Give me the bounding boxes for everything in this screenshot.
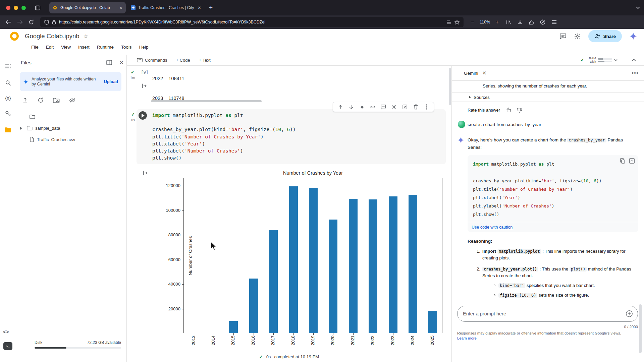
tab-close-icon[interactable]: ✕ xyxy=(119,5,123,10)
output-horizontal-scrollbar[interactable] xyxy=(151,100,262,102)
move-cell-down-button[interactable] xyxy=(347,103,355,111)
learn-more-link[interactable]: Learn more xyxy=(457,336,477,340)
insert-code-icon[interactable] xyxy=(629,158,635,164)
new-tab-button[interactable]: + xyxy=(209,4,213,11)
menu-help[interactable]: Help xyxy=(136,44,152,51)
browser-tab-city[interactable]: Traffic Crashes - Crashes | City ✕ xyxy=(128,2,204,13)
close-window-button[interactable] xyxy=(6,6,10,10)
mount-drive-icon[interactable] xyxy=(53,97,60,103)
open-in-new-pane-icon[interactable] xyxy=(106,60,112,65)
menu-view[interactable]: View xyxy=(58,44,74,51)
firefox-view-icon[interactable] xyxy=(33,3,43,13)
forward-button[interactable] xyxy=(15,17,25,27)
library-icon[interactable] xyxy=(503,17,514,27)
submit-prompt-icon[interactable] xyxy=(626,310,633,317)
use-code-with-caution-link[interactable]: Use code with caution xyxy=(472,225,513,230)
tracking-shield-icon[interactable] xyxy=(44,20,49,25)
commands-button[interactable]: Commands xyxy=(137,58,167,63)
close-gemini-icon[interactable]: ✕ xyxy=(482,70,487,76)
cell-output-icon[interactable] xyxy=(143,170,148,176)
more-options-icon[interactable]: ••• xyxy=(632,70,639,76)
mirror-cell-button[interactable] xyxy=(401,103,409,111)
resources-indicator[interactable]: RAMDisk xyxy=(589,57,618,63)
upload-button[interactable]: Upload xyxy=(104,79,118,84)
table-of-contents-icon[interactable] xyxy=(0,60,16,72)
execution-check-icon: ✓ xyxy=(131,112,135,117)
reader-mode-icon[interactable] xyxy=(447,20,451,24)
secrets-key-icon[interactable] xyxy=(0,108,16,120)
cell-settings-button[interactable] xyxy=(390,103,398,111)
notebook-scrollbar[interactable] xyxy=(449,68,451,105)
settings-gear-icon[interactable] xyxy=(574,33,581,40)
expand-chevron-icon[interactable] xyxy=(19,126,24,130)
zoom-in-button[interactable]: + xyxy=(492,17,502,27)
refresh-icon[interactable] xyxy=(38,97,44,103)
prompt-input[interactable] xyxy=(463,311,626,316)
gemini-code[interactable]: import matplotlib.pyplot as plt crashes_… xyxy=(468,155,638,222)
thumbs-up-icon[interactable] xyxy=(505,107,511,113)
find-replace-icon[interactable] xyxy=(0,77,16,89)
gemini-spark-button[interactable] xyxy=(358,103,366,111)
delete-cell-button[interactable] xyxy=(412,103,420,111)
file-row-up[interactable]: .. xyxy=(16,111,126,122)
profile-icon[interactable] xyxy=(538,17,548,27)
back-button[interactable] xyxy=(3,17,13,27)
tab-close-icon[interactable]: ✕ xyxy=(198,5,201,10)
browser-tab-colab[interactable]: Google Colab.ipynb - Colab ✕ xyxy=(49,2,126,13)
variables-icon[interactable]: {x} xyxy=(0,92,16,104)
thumbs-down-icon[interactable] xyxy=(517,107,522,113)
extensions-icon[interactable] xyxy=(526,17,536,27)
zoom-out-button[interactable]: − xyxy=(468,17,478,27)
menu-edit[interactable]: Edit xyxy=(43,44,57,51)
minimize-window-button[interactable] xyxy=(14,6,18,10)
terminal-icon[interactable]: >_ xyxy=(3,342,12,350)
code-cell[interactable]: import matplotlib.pyplot as plt crashes_… xyxy=(137,109,446,164)
share-button[interactable]: Share xyxy=(588,30,622,42)
downloads-icon[interactable] xyxy=(515,17,525,27)
chart-title: Number of Crashes by Year xyxy=(183,170,442,176)
close-files-panel-icon[interactable]: ✕ xyxy=(119,59,124,66)
reload-button[interactable] xyxy=(26,17,36,27)
notebook-title[interactable]: Google Colab.ipynb xyxy=(25,33,79,40)
colab-logo[interactable] xyxy=(7,32,21,41)
bookmark-star-icon[interactable] xyxy=(454,20,460,25)
zoom-window-button[interactable] xyxy=(21,6,26,10)
run-cell-button[interactable] xyxy=(139,111,147,120)
menu-runtime[interactable]: Runtime xyxy=(94,44,117,51)
menu-file[interactable]: File xyxy=(28,44,42,51)
gemini-spark-icon[interactable] xyxy=(629,32,637,40)
x-tick-label: 2016 xyxy=(251,336,256,345)
menu-icon[interactable] xyxy=(549,17,559,27)
gemini-scrollbar[interactable] xyxy=(639,304,642,353)
sources-expander[interactable]: Sources xyxy=(452,93,644,102)
comment-button[interactable] xyxy=(379,103,387,111)
cell-code[interactable]: import matplotlib.pyplot as plt crashes_… xyxy=(152,112,296,162)
file-row-csv[interactable]: Traffic_Crashes.csv xyxy=(16,134,126,145)
tab-title: Traffic Crashes - Crashes | City xyxy=(138,5,195,10)
comment-icon[interactable] xyxy=(559,33,567,40)
code-snippets-icon[interactable]: <> xyxy=(3,329,9,335)
prompt-input-box[interactable] xyxy=(457,306,638,322)
cell-output-icon[interactable] xyxy=(142,83,147,88)
add-text-button[interactable]: + Text xyxy=(199,58,211,63)
file-row-sample-data[interactable]: sample_data xyxy=(16,122,126,134)
copy-code-icon[interactable] xyxy=(620,158,625,164)
star-notebook-icon[interactable]: ☆ xyxy=(84,33,89,40)
hide-panel-eye-icon[interactable] xyxy=(69,97,75,103)
notebook-area[interactable]: ✓ 1m [9] 2022 108411 2023 110748 2024 11… xyxy=(127,66,452,362)
url-bar[interactable]: https://colab.research.google.com/drive/… xyxy=(40,17,464,27)
gemini-tab[interactable]: Gemini ✕ xyxy=(464,70,486,76)
list-tabs-button[interactable] xyxy=(636,6,640,9)
gemini-files-promo[interactable]: Analyze your files with code written by … xyxy=(20,72,121,91)
menu-tools[interactable]: Tools xyxy=(118,44,135,51)
files-folder-icon[interactable] xyxy=(0,124,16,136)
move-cell-up-button[interactable] xyxy=(336,103,344,111)
upload-file-icon[interactable] xyxy=(22,97,28,103)
zoom-indicator[interactable]: 110% xyxy=(480,20,490,24)
collapse-header-icon[interactable] xyxy=(632,59,636,61)
copy-link-button[interactable] xyxy=(369,103,377,111)
menu-insert[interactable]: Insert xyxy=(75,44,93,51)
more-actions-button[interactable] xyxy=(422,103,430,111)
url-text[interactable]: https://colab.research.google.com/drive/… xyxy=(59,20,444,24)
add-code-button[interactable]: + Code xyxy=(176,58,190,63)
